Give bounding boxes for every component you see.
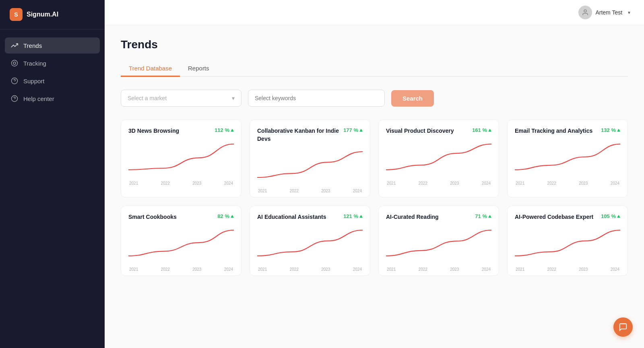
card-percent: 112 % (215, 127, 234, 133)
card-title: Smart Cookbooks (128, 213, 177, 221)
chart-year-labels: 2021202220232024 (128, 266, 234, 272)
svg-point-1 (13, 62, 16, 64)
trend-up-icon (488, 215, 491, 218)
tab-reports[interactable]: Reports (180, 61, 217, 77)
mini-chart (515, 139, 620, 179)
sidebar-logo[interactable]: S Signum.AI (0, 0, 105, 29)
card-percent: 105 % (601, 213, 620, 219)
chat-button[interactable] (613, 317, 633, 337)
support-icon (10, 77, 19, 85)
tab-trend-database[interactable]: Trend Database (121, 61, 180, 77)
trend-card[interactable]: AI-Curated Reading 71 % 2021202220232024 (378, 206, 499, 276)
chart-year: 2022 (419, 181, 427, 185)
mini-chart (386, 225, 491, 266)
card-percent: 161 % (472, 127, 491, 133)
svg-point-6 (584, 10, 586, 12)
chart-year: 2021 (516, 181, 524, 185)
card-title: Visual Product Discovery (386, 127, 454, 135)
logo-icon: S (10, 8, 23, 21)
chart-year-labels: 2021202220232024 (386, 266, 491, 272)
market-select-placeholder: Select a market (128, 95, 167, 101)
chart-year: 2023 (450, 181, 459, 185)
svg-point-0 (12, 60, 18, 66)
chart-year: 2022 (161, 181, 170, 185)
card-title: Collaborative Kanban for Indie Devs (257, 127, 340, 143)
chart-year-labels: 2021202220232024 (257, 187, 363, 193)
main-content: Artem Test ▼ Trends Trend Database Repor… (105, 0, 644, 348)
chart-year: 2022 (290, 189, 299, 193)
mini-chart (257, 147, 363, 187)
card-header: AI-Powered Codebase Expert 105 % (515, 213, 620, 221)
chart-year: 2022 (419, 267, 427, 272)
chart-year-labels: 2021202220232024 (515, 179, 620, 185)
mini-chart (128, 225, 234, 266)
chart-year: 2023 (579, 267, 588, 272)
card-header: Email Tracking and Analytics 132 % (515, 127, 620, 135)
card-percent: 177 % (343, 127, 363, 133)
keywords-input[interactable] (248, 90, 385, 107)
trend-card[interactable]: Collaborative Kanban for Indie Devs 177 … (250, 119, 370, 198)
trend-card[interactable]: AI Educational Assistants 121 % 20212022… (250, 206, 370, 276)
sidebar-item-tracking-label: Tracking (23, 60, 46, 67)
card-percent: 121 % (343, 213, 363, 219)
chart-year: 2023 (321, 267, 330, 272)
sidebar-nav: Trends Tracking Support Help center (0, 29, 105, 115)
sidebar: S Signum.AI Trends Tracking Support (0, 0, 105, 348)
sidebar-item-help-label: Help center (23, 95, 54, 102)
top-header: Artem Test ▼ (105, 0, 644, 25)
content-area: Trends Trend Database Reports Select a m… (105, 25, 644, 348)
market-select[interactable]: Select a market ▾ (121, 90, 242, 107)
chart-year-labels: 2021202220232024 (386, 179, 491, 185)
chart-year: 2024 (224, 181, 233, 185)
chart-year: 2023 (579, 181, 588, 185)
mini-chart (257, 225, 363, 266)
chart-year-labels: 2021202220232024 (515, 266, 620, 272)
chart-year: 2021 (258, 189, 267, 193)
card-header: 3D News Browsing 112 % (128, 127, 234, 135)
chart-year: 2021 (129, 181, 138, 185)
logo-text: Signum.AI (27, 11, 58, 18)
user-menu[interactable]: Artem Test ▼ (578, 6, 631, 19)
trend-up-icon (359, 215, 363, 218)
mini-chart (128, 139, 234, 179)
trend-up-icon (231, 129, 234, 132)
trend-card[interactable]: Email Tracking and Analytics 132 % 20212… (507, 119, 628, 198)
chart-year-labels: 2021202220232024 (257, 266, 363, 272)
sidebar-item-help[interactable]: Help center (5, 91, 100, 107)
trend-card[interactable]: Visual Product Discovery 161 % 202120222… (378, 119, 499, 198)
trend-card[interactable]: AI-Powered Codebase Expert 105 % 2021202… (507, 206, 628, 276)
sidebar-item-support[interactable]: Support (5, 73, 100, 89)
trend-up-icon (359, 129, 363, 132)
cards-grid: 3D News Browsing 112 % 2021202220232024 … (121, 119, 628, 276)
trend-card[interactable]: Smart Cookbooks 82 % 2021202220232024 (121, 206, 242, 276)
card-percent: 71 % (475, 213, 491, 219)
chart-year: 2022 (290, 267, 299, 272)
trend-card[interactable]: 3D News Browsing 112 % 2021202220232024 (121, 119, 242, 198)
chart-year: 2021 (387, 181, 396, 185)
search-button[interactable]: Search (391, 90, 434, 107)
page-title: Trends (121, 38, 628, 51)
trend-up-icon (231, 215, 234, 218)
card-percent: 82 % (217, 213, 234, 219)
trend-up-icon (488, 129, 491, 132)
sidebar-item-tracking[interactable]: Tracking (5, 55, 100, 71)
chart-year: 2024 (353, 267, 362, 272)
card-title: AI-Powered Codebase Expert (515, 213, 593, 221)
sidebar-item-trends[interactable]: Trends (5, 37, 100, 54)
card-header: Visual Product Discovery 161 % (386, 127, 491, 135)
chart-year: 2022 (547, 181, 556, 185)
sidebar-item-support-label: Support (23, 78, 45, 84)
trend-up-icon (617, 129, 620, 132)
chart-year: 2023 (192, 181, 201, 185)
chevron-down-icon: ▼ (627, 10, 631, 15)
tracking-icon (10, 59, 19, 67)
chart-year: 2023 (321, 189, 330, 193)
tabs-bar: Trend Database Reports (121, 61, 628, 77)
market-select-chevron: ▾ (232, 95, 235, 101)
trend-up-icon (617, 215, 620, 218)
chart-year: 2024 (224, 267, 233, 272)
card-header: Smart Cookbooks 82 % (128, 213, 234, 221)
chart-year: 2024 (611, 181, 619, 185)
chart-year: 2021 (129, 267, 138, 272)
avatar (578, 6, 592, 19)
